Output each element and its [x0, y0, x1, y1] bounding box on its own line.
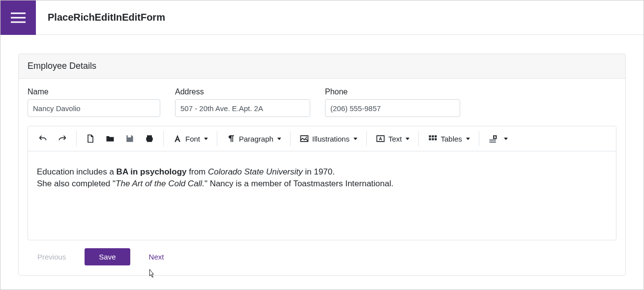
employee-details-card: Employee Details Name Address Phone: [18, 54, 626, 276]
footer-actions: Previous Save Next: [28, 248, 616, 275]
caret-down-icon: [204, 138, 208, 140]
floppy-disk-icon: [125, 134, 135, 144]
caret-down-icon: [277, 138, 281, 140]
redo-icon: [58, 134, 67, 144]
topbar: PlaceRichEditInEditForm: [0, 0, 644, 35]
editor-line: She also completed "The Art of the Cold …: [37, 178, 607, 190]
editor-toolbar: Font Paragraph Illustrations: [28, 126, 616, 151]
svg-rect-5: [432, 135, 434, 137]
text-dropdown-label: Text: [388, 135, 402, 143]
font-dropdown-label: Font: [185, 135, 200, 143]
svg-rect-7: [429, 138, 431, 140]
save-document-button[interactable]: [121, 132, 139, 145]
save-button[interactable]: Save: [85, 248, 130, 265]
textbox-icon: [376, 134, 385, 144]
undo-icon: [38, 134, 48, 144]
new-document-button[interactable]: [82, 132, 99, 145]
field-row: Name Address Phone: [28, 87, 616, 117]
printer-icon: [145, 134, 154, 144]
caret-down-icon: [406, 138, 410, 140]
table-grid-icon: [428, 134, 438, 144]
font-dropdown[interactable]: Font: [169, 132, 212, 145]
name-input[interactable]: [28, 99, 160, 117]
illustrations-dropdown[interactable]: Illustrations: [295, 132, 361, 145]
tables-dropdown-label: Tables: [440, 135, 462, 143]
address-label: Address: [175, 87, 310, 96]
tables-dropdown[interactable]: Tables: [424, 132, 473, 145]
address-input[interactable]: [175, 99, 310, 117]
editor-line: Education includes a BA in psychology fr…: [37, 166, 607, 178]
hamburger-icon: [11, 12, 26, 23]
hamburger-menu-button[interactable]: [0, 0, 36, 35]
svg-rect-9: [435, 138, 437, 140]
next-button[interactable]: Next: [144, 249, 169, 265]
svg-rect-6: [435, 135, 437, 137]
svg-point-3: [306, 137, 307, 138]
folder-icon: [105, 134, 115, 144]
svg-rect-11: [489, 142, 496, 143]
caret-down-icon: [466, 138, 470, 140]
caret-down-icon: [353, 138, 357, 140]
svg-rect-8: [432, 138, 434, 140]
name-label: Name: [28, 87, 160, 96]
print-button[interactable]: [141, 132, 158, 145]
paragraph-dropdown-label: Paragraph: [239, 135, 273, 143]
previous-button[interactable]: Previous: [32, 249, 71, 265]
text-dropdown[interactable]: Text: [372, 132, 414, 145]
undo-button[interactable]: [34, 132, 52, 145]
pilcrow-icon: [226, 134, 236, 144]
open-button[interactable]: [101, 132, 119, 145]
caret-down-icon: [504, 138, 508, 140]
rich-text-editor: Font Paragraph Illustrations: [28, 126, 616, 240]
insert-dropdown[interactable]: [484, 132, 512, 145]
new-document-icon: [86, 134, 95, 144]
card-header: Employee Details: [19, 54, 625, 79]
picture-icon: [299, 134, 309, 144]
illustrations-dropdown-label: Illustrations: [312, 135, 350, 143]
editor-content-area[interactable]: Education includes a BA in psychology fr…: [28, 151, 616, 240]
redo-button[interactable]: [54, 132, 71, 145]
svg-rect-4: [429, 135, 431, 137]
app-title: PlaceRichEditInEditForm: [48, 12, 165, 23]
insert-field-icon: [488, 134, 498, 144]
svg-rect-10: [489, 140, 496, 141]
font-a-icon: [173, 134, 182, 144]
paragraph-dropdown[interactable]: Paragraph: [222, 132, 285, 145]
phone-input[interactable]: [325, 99, 460, 117]
phone-label: Phone: [325, 87, 460, 96]
